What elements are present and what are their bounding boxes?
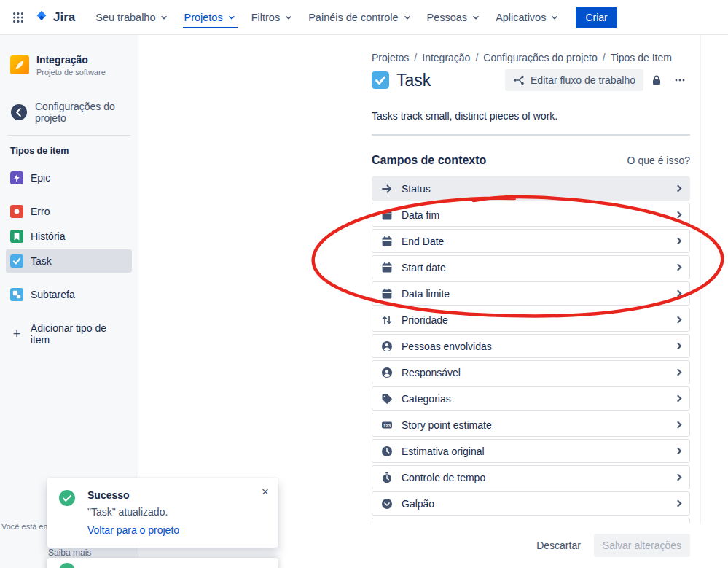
top-navigation: Jira Seu trabalhoProjetosFiltrosPainéis …	[0, 0, 728, 35]
nav-item-label: Painéis de controle	[308, 12, 398, 23]
field-row-estimativa-original[interactable]: Estimativa original	[372, 439, 690, 463]
field-label: Responsável	[402, 367, 461, 378]
save-changes-button[interactable]: Salvar alterações	[594, 534, 690, 557]
nav-item-pessoas[interactable]: Pessoas	[426, 8, 482, 27]
plus-icon: +	[10, 327, 23, 341]
chevron-right-icon	[675, 474, 682, 481]
arrow-right-icon	[381, 183, 393, 195]
select-icon	[381, 498, 393, 510]
add-issue-type-button[interactable]: + Adicionar tipo de item	[6, 316, 132, 351]
epic-icon	[10, 171, 23, 184]
check-circle-icon	[58, 562, 76, 568]
page-title: Task	[396, 71, 431, 90]
priority-icon	[381, 314, 393, 326]
field-row-prioridade[interactable]: Prioridade	[372, 308, 690, 332]
chevron-right-icon	[675, 395, 682, 402]
sidebar-item-subtarefa[interactable]: Subtarefa	[6, 283, 132, 306]
sidebar-item-label: Task	[31, 255, 52, 267]
close-icon[interactable]: ×	[262, 486, 269, 498]
field-row-pessoas-envolvidas[interactable]: Pessoas envolvidas	[372, 334, 690, 358]
field-row-controle-de-tempo[interactable]: Controle de tempo	[372, 465, 690, 489]
breadcrumb-link-tipos-de-item[interactable]: Tipos de Item	[611, 52, 672, 63]
chevron-down-icon	[227, 12, 237, 23]
sidebar-item-project-settings[interactable]: Configurações do projeto	[6, 97, 132, 128]
issue-type-list: EpicErroHistóriaTaskSubtarefa	[6, 166, 132, 306]
field-label: Categorias	[402, 393, 451, 405]
chevron-right-icon	[675, 316, 682, 324]
field-row-responsavel[interactable]: Responsável	[372, 360, 690, 384]
clock-icon	[381, 446, 393, 457]
jira-logo-text: Jira	[53, 10, 75, 25]
field-label: Data limite	[402, 288, 450, 300]
sidebar-item-erro[interactable]: Erro	[6, 200, 132, 223]
chevron-down-icon	[159, 12, 169, 23]
stopwatch-icon	[381, 472, 393, 483]
sidebar-item-label: Epic	[31, 172, 50, 184]
field-label: Prioridade	[402, 314, 448, 326]
person-icon	[381, 367, 393, 378]
type-description: Tasks track small, distinct pieces of wo…	[372, 110, 557, 122]
chevron-right-icon	[675, 238, 682, 245]
project-type: Projeto de software	[36, 68, 106, 77]
calendar-icon	[381, 209, 393, 221]
sidebar-item-epic[interactable]: Epic	[6, 166, 132, 190]
success-toast: Sucesso "Task" atualizado. Voltar para o…	[47, 478, 278, 548]
chevron-down-icon	[471, 12, 481, 23]
field-label: Start date	[402, 262, 446, 273]
lock-button[interactable]	[646, 70, 667, 90]
edit-workflow-button[interactable]: Editar fluxo de trabalho	[505, 69, 643, 91]
project-avatar	[10, 55, 29, 74]
create-button[interactable]: Criar	[576, 7, 617, 28]
chevron-down-icon	[549, 12, 560, 23]
task-icon	[10, 254, 23, 268]
app-switcher-icon[interactable]	[7, 7, 29, 28]
workflow-icon	[513, 74, 525, 86]
sidebar-item-historia[interactable]: História	[6, 225, 132, 248]
sidebar-divider	[7, 135, 130, 136]
chevron-right-icon	[675, 369, 682, 376]
section-divider	[372, 134, 690, 136]
field-label: Status	[402, 183, 431, 195]
nav-item-paineis-de-controle[interactable]: Painéis de controle	[308, 8, 412, 27]
lock-icon	[651, 74, 662, 86]
field-row-categorias[interactable]: Categorias	[372, 386, 690, 411]
breadcrumb-separator: /	[414, 52, 417, 63]
chevron-right-icon	[675, 264, 682, 271]
nav-item-label: Aplicativos	[496, 12, 546, 23]
field-row-end-date[interactable]: End Date	[372, 229, 690, 253]
nav-item-filtros[interactable]: Filtros	[251, 8, 294, 27]
breadcrumb-link-projetos[interactable]: Projetos	[372, 52, 409, 63]
back-to-project-link[interactable]: Voltar para o projeto	[87, 524, 179, 536]
subtask-icon	[10, 288, 23, 301]
svg-text:123: 123	[383, 423, 391, 427]
context-fields-list: StatusData fimEnd DateStart dateData lim…	[372, 176, 690, 544]
chevron-right-icon	[675, 343, 682, 350]
field-row-galpao[interactable]: Galpão	[372, 491, 690, 516]
discard-button[interactable]: Descartar	[529, 534, 588, 557]
learn-more-link[interactable]: Saiba mais	[48, 548, 91, 558]
nav-item-seu-trabalho[interactable]: Seu trabalho	[95, 8, 170, 27]
sidebar-footer-text: Você está em	[1, 522, 50, 531]
bug-icon	[10, 205, 23, 218]
field-row-data-limite[interactable]: Data limite	[372, 281, 690, 306]
field-row-start-date[interactable]: Start date	[372, 255, 690, 279]
nav-item-aplicativos[interactable]: Aplicativos	[495, 8, 560, 27]
breadcrumb-link-integracao[interactable]: Integração	[422, 52, 470, 63]
field-row-data-fim[interactable]: Data fim	[372, 203, 690, 227]
chevron-down-icon	[283, 12, 294, 23]
more-actions-button[interactable]	[670, 70, 690, 90]
field-row-story-point-estimate[interactable]: 123Story point estimate	[372, 413, 690, 437]
nav-item-label: Filtros	[251, 12, 280, 23]
chevron-right-icon	[675, 185, 682, 192]
field-label: Controle de tempo	[402, 472, 485, 483]
toast-message: "Task" atualizado.	[87, 506, 267, 518]
primary-nav: Seu trabalhoProjetosFiltrosPainéis de co…	[88, 0, 567, 34]
nav-item-projetos[interactable]: Projetos	[183, 8, 237, 27]
jira-logo-icon	[34, 9, 50, 26]
field-row-status[interactable]: Status	[372, 176, 690, 201]
more-icon	[674, 74, 686, 86]
jira-logo[interactable]: Jira	[34, 9, 75, 26]
sidebar-item-task[interactable]: Task	[6, 249, 132, 273]
what-is-this-link[interactable]: O que é isso?	[627, 155, 690, 166]
breadcrumb-link-configuracoes-do-projeto[interactable]: Configurações do projeto	[483, 52, 597, 63]
